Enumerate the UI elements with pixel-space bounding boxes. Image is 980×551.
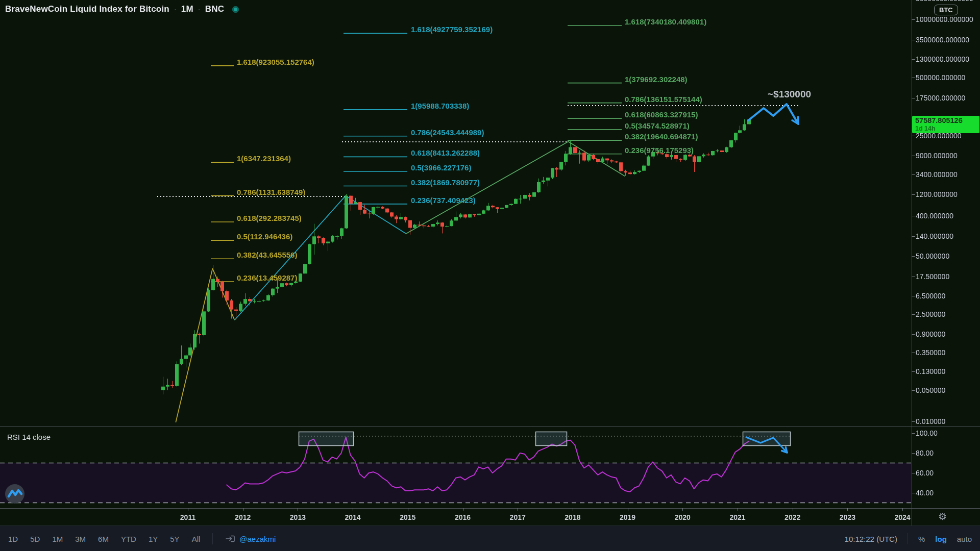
fib-level-label[interactable]: 0.618(8413.262288): [411, 148, 480, 157]
go-to-date-icon: [225, 534, 235, 544]
time-axis-year-label: 2020: [675, 513, 691, 521]
fib-level-label[interactable]: 1.618(4927759.352169): [411, 25, 493, 34]
price-axis-label: 25000.000000: [916, 132, 962, 140]
fib-level-label[interactable]: 0.618(292.283745): [237, 214, 302, 222]
range-button-6m[interactable]: 6M: [98, 535, 109, 543]
currency-unit-badge[interactable]: BTC: [934, 5, 958, 15]
fib-level-label[interactable]: 0.5(112.946436): [237, 232, 292, 241]
price-axis-label: 0.130000: [916, 367, 945, 375]
price-axis-label: 3400.000000: [916, 170, 958, 179]
fib-level-label[interactable]: 0.618(60863.327915): [625, 110, 698, 119]
price-axis-label: 50.000000: [916, 252, 949, 260]
fib-level-label[interactable]: 0.786(24543.444989): [411, 128, 484, 136]
fib-level-label[interactable]: 1(379692.302248): [625, 74, 688, 83]
date-range-toolbar: 1D5D1M3M6MYTD1Y5YAll @aezakmi: [0, 533, 276, 544]
time-axis-year-label: 2011: [180, 513, 195, 521]
toolbar-divider: [908, 533, 908, 544]
price-axis-label: 500000.000000: [916, 73, 965, 82]
rsi-axis-label: 60.00: [916, 469, 934, 477]
time-axis-year-label: 2024: [895, 513, 911, 521]
rsi-axis-label: 80.00: [916, 449, 934, 457]
price-target-annotation[interactable]: ~$130000: [768, 89, 811, 100]
fib-level-label[interactable]: 0.236(9756.175293): [625, 145, 694, 154]
time-axis-year-label: 2023: [840, 513, 855, 521]
title-separator: ·: [174, 5, 177, 13]
range-button-all[interactable]: All: [192, 535, 201, 543]
range-button-ytd[interactable]: YTD: [121, 535, 136, 543]
fib-level-label[interactable]: 1.618(923055.152764): [237, 57, 314, 66]
price-axis-label: 30000000.000000: [916, 0, 973, 3]
range-button-1y[interactable]: 1Y: [149, 535, 158, 543]
time-axis-year-label: 2015: [400, 513, 415, 521]
time-axis-year-label: 2014: [345, 513, 361, 521]
range-button-5d[interactable]: 5D: [30, 535, 40, 543]
price-axis-label: 6.500000: [916, 292, 945, 300]
fib-level-label[interactable]: 0.236(737.409423): [411, 195, 476, 204]
fib-level-label[interactable]: 0.786(1131.638749): [237, 187, 305, 196]
fib-level-label[interactable]: 0.5(34574.528971): [625, 121, 690, 130]
time-axis-year-label: 2019: [620, 513, 635, 521]
auto-scale-button[interactable]: auto: [957, 535, 972, 543]
time-axis-year-label: 2016: [455, 513, 471, 521]
market-status-icon[interactable]: [232, 6, 239, 13]
price-axis-label: 0.900000: [916, 330, 945, 338]
price-axis-label: 1300000.000000: [916, 55, 969, 63]
rsi-indicator-title[interactable]: RSI 14 close: [7, 433, 51, 441]
log-scale-button[interactable]: log: [935, 535, 947, 543]
percent-scale-button[interactable]: %: [918, 535, 925, 543]
fib-level-label[interactable]: 1.618(7340180.409801): [625, 17, 706, 26]
symbol-title: BraveNewCoin Liquid Index for Bitcoin: [5, 4, 169, 14]
bar-countdown: 1d 14h: [915, 125, 979, 132]
price-axis-label: 3500000.000000: [916, 36, 969, 44]
range-button-1d[interactable]: 1D: [8, 535, 18, 543]
go-to-date-button[interactable]: @aezakmi: [225, 534, 276, 544]
time-axis-year-label: 2017: [510, 513, 526, 521]
current-price-value: 57587.805126: [915, 116, 979, 125]
symbol-title-bar[interactable]: BraveNewCoin Liquid Index for Bitcoin · …: [5, 4, 239, 14]
clock-label[interactable]: 10:12:22 (UTC): [845, 535, 897, 543]
price-axis-label: 0.350000: [916, 348, 945, 357]
time-axis-year-label: 2012: [235, 513, 251, 521]
range-button-5y[interactable]: 5Y: [170, 535, 179, 543]
fib-level-label[interactable]: 0.382(19640.694871): [625, 132, 698, 141]
range-buttons: 1D5D1M3M6MYTD1Y5YAll: [8, 535, 200, 543]
interval-label[interactable]: 1M: [181, 4, 193, 14]
price-axis-label: 400.000000: [916, 212, 953, 220]
chart-application: BraveNewCoin Liquid Index for Bitcoin · …: [0, 0, 980, 551]
current-price-badge: 57587.805126 1d 14h: [912, 116, 979, 133]
toolbar-divider: [212, 533, 213, 544]
price-axis-label: 2.500000: [916, 310, 945, 318]
price-axis-label: 1200.000000: [916, 190, 958, 198]
price-axis-label: 140.000000: [916, 232, 953, 240]
fib-level-label[interactable]: 1(6347.231364): [237, 154, 291, 163]
chart-canvas[interactable]: [0, 0, 980, 551]
fib-level-label[interactable]: 0.382(1869.780977): [411, 178, 480, 186]
bottom-toolbar: 1D5D1M3M6MYTD1Y5YAll @aezakmi 10:12:22 (…: [0, 525, 980, 551]
axis-mode-toolbar: 10:12:22 (UTC) % log auto: [845, 526, 980, 551]
fib-level-label[interactable]: 0.236(13.459287): [237, 273, 297, 282]
time-axis-year-label: 2013: [290, 513, 306, 521]
price-axis-label: 0.010000: [916, 417, 945, 425]
go-to-date-label: @aezakmi: [239, 535, 276, 543]
rsi-axis-label: 40.00: [916, 489, 934, 497]
fib-level-label[interactable]: 1(95988.703338): [411, 101, 469, 110]
price-axis-label: 9000.000000: [916, 152, 958, 160]
time-axis-year-label: 2022: [785, 513, 800, 521]
fib-level-label[interactable]: 0.5(3966.227176): [411, 163, 471, 171]
rsi-axis-label: 100.00: [916, 429, 938, 437]
time-axis-year-label: 2021: [729, 513, 745, 521]
price-axis-label: 0.050000: [916, 386, 945, 394]
range-button-3m[interactable]: 3M: [75, 535, 86, 543]
title-separator: ·: [198, 5, 201, 13]
price-axis-label: 175000.000000: [916, 94, 965, 102]
range-button-1m[interactable]: 1M: [52, 535, 63, 543]
price-axis-label: 10000000.000000: [916, 15, 973, 23]
price-axis-label: 17.500000: [916, 272, 949, 281]
time-axis-year-label: 2018: [565, 513, 580, 521]
fib-level-label[interactable]: 0.786(136151.575144): [625, 94, 702, 103]
fib-level-label[interactable]: 0.382(43.645556): [237, 251, 297, 259]
exchange-label: BNC: [205, 4, 224, 14]
axis-settings-gear-icon[interactable]: ⚙: [938, 511, 947, 522]
